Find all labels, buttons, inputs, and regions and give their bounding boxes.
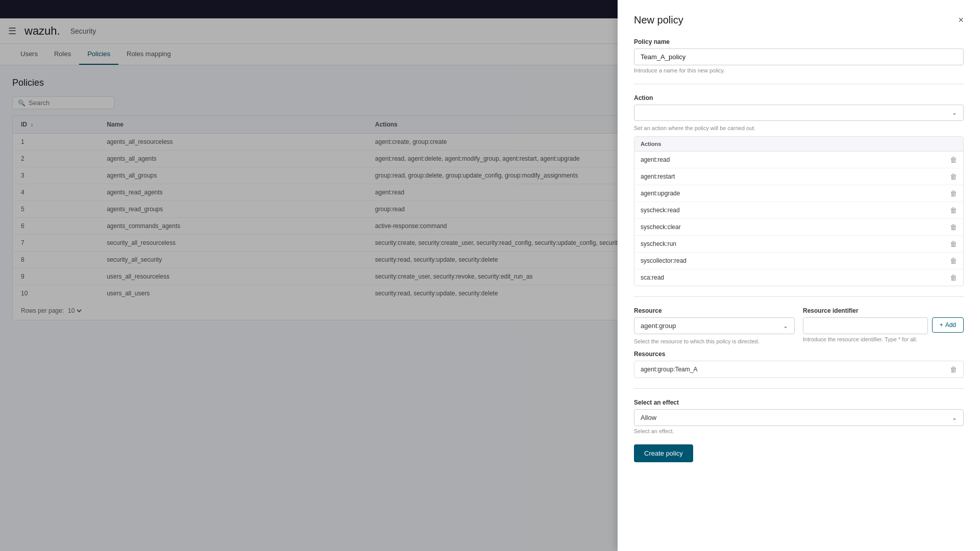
resource-add-button[interactable]: + Add: [932, 317, 964, 333]
action-hint: Set an action where the policy will be c…: [634, 125, 964, 131]
resource-dropdown[interactable]: agent:group ⌄: [634, 317, 795, 333]
delete-action-icon[interactable]: 🗑: [950, 273, 957, 282]
action-item-label: syscheck:run: [641, 240, 676, 247]
resource-add-label: Add: [945, 321, 956, 329]
actions-list: Actions agent:read 🗑 agent:restart 🗑 age…: [634, 136, 964, 286]
action-item-label: agent:read: [641, 156, 670, 163]
resource-col: Resource agent:group ⌄ Select the resour…: [634, 307, 795, 333]
resource-label: Resource: [634, 307, 795, 314]
action-item-label: sca:read: [641, 274, 664, 281]
delete-action-icon[interactable]: 🗑: [950, 223, 957, 231]
chevron-down-icon: ⌄: [952, 109, 957, 116]
delete-action-icon[interactable]: 🗑: [950, 189, 957, 197]
action-item: agent:restart 🗑: [634, 168, 963, 185]
policy-name-hint: Introduce a name for this new policy.: [634, 67, 964, 73]
action-dropdown[interactable]: ⌄: [634, 105, 964, 121]
resource-identifier-input[interactable]: [803, 317, 928, 333]
delete-action-icon[interactable]: 🗑: [950, 172, 957, 181]
action-item: agent:read 🗑: [634, 152, 963, 168]
resource-dropdown-value: agent:group: [641, 322, 676, 330]
action-item: syscheck:read 🗑: [634, 202, 963, 219]
action-item: syscollector:read 🗑: [634, 253, 963, 269]
action-item-label: agent:restart: [641, 173, 675, 180]
resource-identifier-col: Resource identifier Introduce the resour…: [803, 307, 964, 333]
close-button[interactable]: ×: [958, 15, 964, 26]
action-item-label: syscheck:clear: [641, 223, 681, 231]
action-item: agent:upgrade 🗑: [634, 185, 963, 202]
action-section: Action ⌄ Set an action where the policy …: [634, 94, 964, 286]
policy-name-label: Policy name: [634, 38, 964, 45]
delete-action-icon[interactable]: 🗑: [950, 240, 957, 248]
resource-chevron-icon: ⌄: [783, 322, 788, 330]
delete-action-icon[interactable]: 🗑: [950, 257, 957, 265]
resource-section: Resource agent:group ⌄ Select the resour…: [634, 307, 964, 333]
action-label: Action: [634, 94, 964, 102]
policy-name-field: Policy name Introduce a name for this ne…: [634, 38, 964, 73]
resource-row: Resource agent:group ⌄ Select the resour…: [634, 307, 964, 333]
action-item: sca:read 🗑: [634, 269, 963, 286]
actions-list-header: Actions: [634, 137, 963, 152]
action-item-label: syscheck:read: [641, 207, 680, 214]
resource-identifier-label: Resource identifier: [803, 307, 928, 314]
action-item-label: syscollector:read: [641, 257, 687, 264]
action-item: syscheck:run 🗑: [634, 236, 963, 253]
delete-action-icon[interactable]: 🗑: [950, 206, 957, 214]
policy-name-input[interactable]: [634, 48, 964, 65]
panel-header: New policy ×: [634, 14, 964, 26]
action-item: syscheck:clear 🗑: [634, 219, 963, 236]
delete-action-icon[interactable]: 🗑: [950, 156, 957, 164]
new-policy-panel: New policy × Policy name Introduce a nam…: [618, 0, 980, 333]
action-item-label: agent:upgrade: [641, 190, 680, 197]
plus-icon: +: [940, 321, 943, 329]
panel-title: New policy: [634, 14, 683, 26]
